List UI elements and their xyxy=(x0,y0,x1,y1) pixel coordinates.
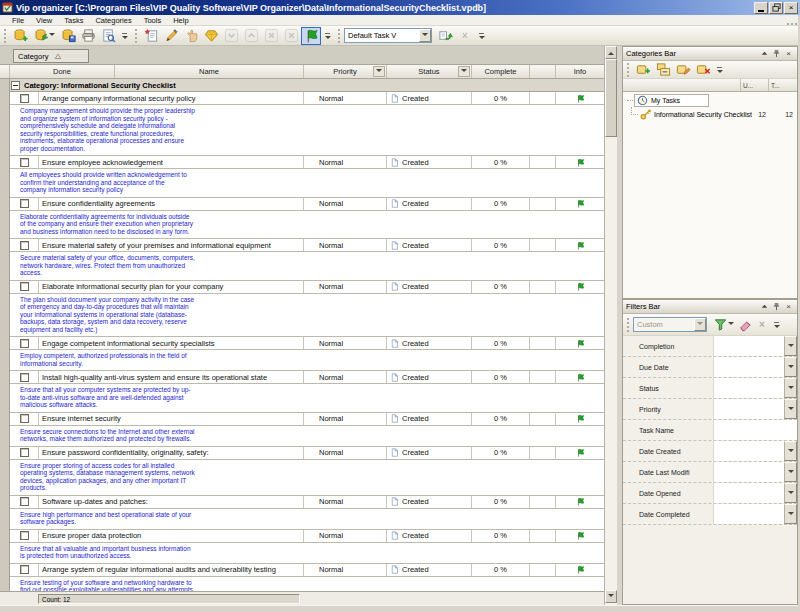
cancel-task-button[interactable] xyxy=(261,27,281,45)
category-group-chip[interactable]: Category xyxy=(13,49,89,63)
scroll-down-button[interactable] xyxy=(605,590,617,603)
open-database-button[interactable] xyxy=(30,27,58,45)
table-row[interactable]: Ensure employee acknowledgement Normal C… xyxy=(10,156,604,169)
task-view-dropdown-button[interactable] xyxy=(419,29,431,42)
filter-dropdown-button[interactable] xyxy=(784,399,797,419)
print-preview-button[interactable] xyxy=(98,27,118,45)
column-header-done[interactable]: Done xyxy=(10,65,115,78)
done-checkbox[interactable] xyxy=(20,199,29,208)
grid-vertical-scrollbar[interactable] xyxy=(604,46,617,605)
table-row[interactable]: Ensure material safety of your premises … xyxy=(10,239,604,252)
table-row[interactable]: Ensure password confidentiality, origina… xyxy=(10,447,604,460)
menu-item[interactable]: Categories xyxy=(89,16,137,25)
menu-item[interactable]: Tools xyxy=(138,16,168,25)
filter-dropdown-button[interactable] xyxy=(784,462,797,482)
table-row[interactable]: Engage competent informational security … xyxy=(10,337,604,350)
filter-value-field[interactable] xyxy=(714,504,797,524)
priority-button[interactable] xyxy=(201,27,221,45)
table-row[interactable]: Ensure confidentiality agreements Normal… xyxy=(10,198,604,211)
clear-filter-button[interactable] xyxy=(736,317,754,333)
delete-filter-button[interactable]: × xyxy=(754,317,770,333)
edit-task-button[interactable] xyxy=(161,27,181,45)
done-checkbox[interactable] xyxy=(20,94,29,103)
column-header-complete[interactable]: Complete xyxy=(472,65,530,78)
table-row[interactable]: Elaborate informational security plan fo… xyxy=(10,281,604,294)
filter-dropdown-button[interactable] xyxy=(784,483,797,503)
close-button[interactable]: × xyxy=(784,2,798,14)
delete-view-button[interactable]: × xyxy=(455,27,475,45)
restore-button[interactable] xyxy=(769,2,783,14)
done-checkbox[interactable] xyxy=(20,448,29,457)
move-up-button[interactable] xyxy=(241,27,261,45)
toolbar-options-button[interactable] xyxy=(323,27,332,44)
filter-value-field[interactable] xyxy=(714,357,797,377)
filter-value-field[interactable] xyxy=(714,441,797,461)
scroll-up-button[interactable] xyxy=(605,46,617,59)
table-row[interactable]: Ensure proper data protection Normal Cre… xyxy=(10,530,604,543)
filter-value-field[interactable] xyxy=(714,336,797,356)
done-checkbox[interactable] xyxy=(20,497,29,506)
toolbar-grip[interactable] xyxy=(135,29,138,43)
done-checkbox[interactable] xyxy=(20,414,29,423)
apply-view-button[interactable] xyxy=(435,27,455,45)
done-checkbox[interactable] xyxy=(20,531,29,540)
preset-dropdown-button[interactable] xyxy=(694,318,706,331)
done-checkbox[interactable] xyxy=(20,373,29,382)
collapse-group-button[interactable] xyxy=(11,81,20,90)
filter-dropdown-button[interactable] xyxy=(784,357,797,377)
menu-overflow-grip[interactable] xyxy=(787,17,797,25)
menu-item[interactable]: File xyxy=(6,16,30,25)
filter-value-field[interactable] xyxy=(714,378,797,398)
filter-dropdown-button[interactable] xyxy=(784,378,797,398)
table-row[interactable]: Arrange system of regular informational … xyxy=(10,564,604,577)
toolbar-grip[interactable] xyxy=(627,63,630,77)
collapse-panel-button[interactable] xyxy=(759,301,770,312)
my-tasks-hotbox[interactable]: My Tasks xyxy=(634,94,709,107)
pin-panel-button[interactable] xyxy=(771,301,782,312)
new-task-button[interactable] xyxy=(141,27,161,45)
toolbar-grip[interactable] xyxy=(4,29,7,43)
column-header-notes[interactable] xyxy=(530,65,556,78)
manage-categories-button[interactable] xyxy=(653,62,673,78)
filter-value-field[interactable] xyxy=(714,462,797,482)
uncompleted-column-header[interactable]: U... xyxy=(741,79,769,91)
toolbar-grip[interactable] xyxy=(338,29,341,43)
pin-panel-button[interactable] xyxy=(771,48,782,59)
table-row[interactable]: Install high-quality anti-virus system a… xyxy=(10,371,604,384)
move-down-button[interactable] xyxy=(221,27,241,45)
add-category-button[interactable] xyxy=(633,62,653,78)
menu-item[interactable]: Tasks xyxy=(58,16,89,25)
status-filter-button[interactable] xyxy=(458,66,470,77)
task-view-select[interactable]: Default Task V xyxy=(344,28,432,43)
done-checkbox[interactable] xyxy=(20,565,29,574)
filter-value-field[interactable] xyxy=(714,420,797,440)
table-row[interactable]: Arrange company informational security p… xyxy=(10,92,604,105)
priority-filter-button[interactable] xyxy=(373,66,385,77)
filter-value-field[interactable] xyxy=(714,399,797,419)
filter-dropdown-button[interactable] xyxy=(784,504,797,524)
collapse-panel-button[interactable] xyxy=(759,48,770,59)
toolbar-options-button[interactable] xyxy=(772,316,781,333)
done-checkbox[interactable] xyxy=(20,158,29,167)
new-database-button[interactable] xyxy=(10,27,30,45)
minimize-button[interactable] xyxy=(754,2,768,14)
column-header-name[interactable]: Name xyxy=(115,65,304,78)
toolbar-options-button[interactable] xyxy=(120,27,129,44)
tree-item-my-tasks[interactable]: My Tasks xyxy=(627,94,709,107)
delete-category-button[interactable] xyxy=(693,62,713,78)
table-row[interactable]: Software up-dates and patches: Normal Cr… xyxy=(10,496,604,509)
print-button[interactable] xyxy=(78,27,98,45)
toolbar-grip[interactable] xyxy=(627,318,630,332)
menu-item[interactable]: View xyxy=(30,16,58,25)
filter-dropdown-button[interactable] xyxy=(784,336,797,356)
table-row[interactable]: Ensure internet security Normal Created … xyxy=(10,413,604,426)
column-header-priority[interactable]: Priority xyxy=(304,65,387,78)
close-panel-button[interactable]: × xyxy=(783,48,794,59)
done-checkbox[interactable] xyxy=(20,339,29,348)
filter-dropdown-button[interactable] xyxy=(784,441,797,461)
delete-task-button[interactable] xyxy=(181,27,201,45)
filter-value-field[interactable] xyxy=(714,483,797,503)
total-column-header[interactable]: T... xyxy=(769,79,797,91)
menu-item[interactable]: Help xyxy=(167,16,194,25)
remove-task-button[interactable] xyxy=(281,27,301,45)
